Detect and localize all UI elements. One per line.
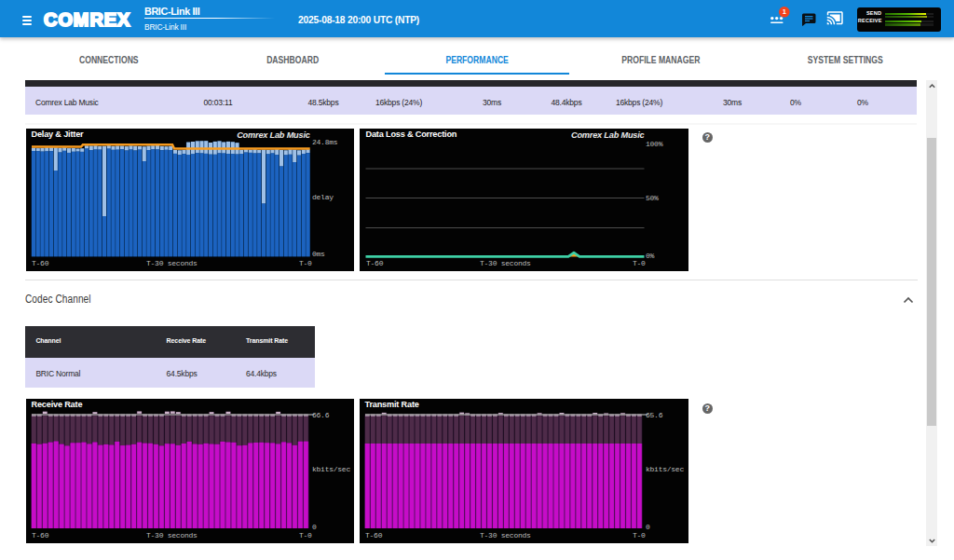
svg-text:T-0: T-0 xyxy=(633,259,646,267)
svg-text:T-60: T-60 xyxy=(32,531,49,540)
svg-text:T-60: T-60 xyxy=(366,259,384,267)
svg-text:T-30 seconds: T-30 seconds xyxy=(480,259,531,267)
svg-text:T-30 seconds: T-30 seconds xyxy=(146,531,198,540)
svg-text:0ms: 0ms xyxy=(312,250,325,258)
svg-text:T-30 seconds: T-30 seconds xyxy=(146,259,198,267)
svg-text:50%: 50% xyxy=(646,194,659,202)
svg-text:0: 0 xyxy=(646,523,650,531)
svg-text:T-30 seconds: T-30 seconds xyxy=(480,531,531,540)
svg-text:24.8ms: 24.8ms xyxy=(312,138,338,146)
svg-text:Data Loss & Correction: Data Loss & Correction xyxy=(366,130,457,139)
svg-text:66.6: 66.6 xyxy=(312,411,330,419)
svg-text:T-0: T-0 xyxy=(299,531,312,540)
svg-text:Transmit Rate: Transmit Rate xyxy=(365,400,419,409)
svg-text:T-60: T-60 xyxy=(32,259,49,267)
svg-text:Delay & Jitter: Delay & Jitter xyxy=(32,130,85,139)
svg-text:kbits/sec: kbits/sec xyxy=(312,465,350,473)
svg-text:0%: 0% xyxy=(646,252,655,260)
svg-text:T-60: T-60 xyxy=(365,531,383,540)
svg-text:COMREX: COMREX xyxy=(44,9,130,30)
svg-text:delay: delay xyxy=(312,193,334,201)
svg-text:100%: 100% xyxy=(646,140,663,148)
svg-text:Comrex Lab Music: Comrex Lab Music xyxy=(571,130,645,140)
svg-text:Comrex Lab Music: Comrex Lab Music xyxy=(237,130,310,140)
svg-text:65.6: 65.6 xyxy=(646,411,663,419)
svg-text:1: 1 xyxy=(783,7,786,16)
svg-text:T-0: T-0 xyxy=(299,259,312,267)
svg-text:0: 0 xyxy=(312,523,317,531)
svg-text:kbits/sec: kbits/sec xyxy=(646,465,684,473)
svg-text:T-0: T-0 xyxy=(633,531,646,540)
svg-text:Receive Rate: Receive Rate xyxy=(32,400,83,409)
